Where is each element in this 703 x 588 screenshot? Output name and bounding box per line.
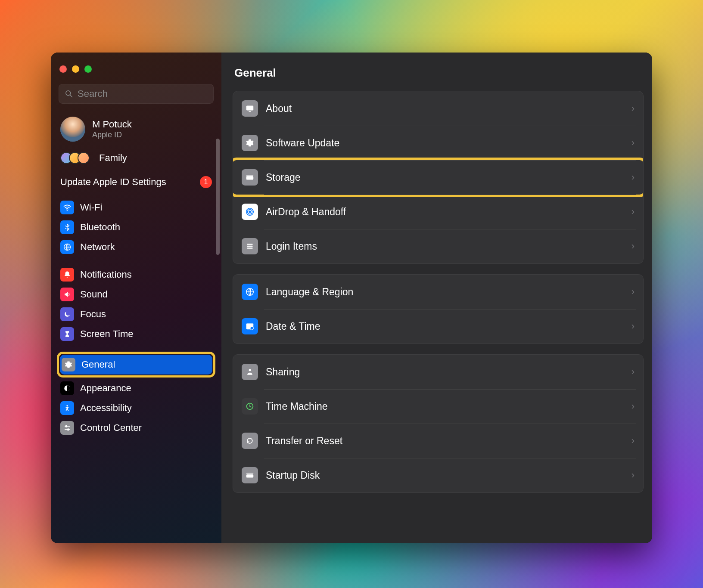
- svg-rect-22: [246, 324, 254, 325]
- reset-icon: [242, 433, 258, 449]
- sidebar-item-sound[interactable]: Sound: [59, 285, 214, 304]
- content-pane: General About › Software Update › Storag…: [221, 53, 652, 543]
- svg-rect-26: [246, 474, 254, 477]
- sidebar-item-update-apple-id[interactable]: Update Apple ID Settings 1: [59, 174, 214, 198]
- sidebar-item-label: Control Center: [80, 422, 142, 433]
- disk-icon: [242, 169, 258, 186]
- calendar-clock-icon: [242, 318, 258, 334]
- chevron-right-icon: ›: [631, 470, 635, 481]
- sidebar-group-network: Wi-Fi Bluetooth Network: [59, 198, 214, 257]
- sidebar-item-network[interactable]: Network: [59, 237, 214, 257]
- row-sharing[interactable]: Sharing ›: [233, 355, 643, 389]
- row-label: Login Items: [266, 241, 624, 252]
- svg-rect-17: [247, 244, 252, 245]
- sidebar-item-accessibility[interactable]: Accessibility: [59, 398, 214, 418]
- chevron-right-icon: ›: [631, 401, 635, 412]
- chevron-right-icon: ›: [631, 241, 635, 252]
- sidebar-item-label: Network: [80, 241, 115, 253]
- sidebar-item-apple-id[interactable]: M Potuck Apple ID: [59, 113, 214, 149]
- sidebar-item-notifications[interactable]: Notifications: [59, 265, 214, 285]
- row-label: About: [266, 103, 624, 115]
- accessibility-icon: [60, 401, 74, 415]
- sidebar-item-label: Bluetooth: [80, 222, 120, 233]
- sidebar-group-system: General Appearance Accessibility Control…: [59, 352, 214, 438]
- settings-panel: About › Software Update › Storage › AirD…: [233, 91, 644, 264]
- row-label: Sharing: [266, 366, 624, 378]
- close-window-button[interactable]: [59, 65, 67, 73]
- sliders-icon: [60, 421, 74, 435]
- chevron-right-icon: ›: [631, 172, 635, 183]
- svg-rect-12: [246, 176, 254, 179]
- row-label: Startup Disk: [266, 470, 624, 481]
- svg-rect-10: [246, 106, 254, 111]
- sidebar-item-family[interactable]: Family: [59, 149, 214, 174]
- svg-point-2: [67, 210, 68, 211]
- row-software-update[interactable]: Software Update ›: [233, 126, 643, 160]
- scrollbar[interactable]: [216, 139, 220, 255]
- svg-rect-18: [247, 246, 252, 247]
- search-field[interactable]: [59, 84, 214, 104]
- sidebar-item-appearance[interactable]: Appearance: [59, 378, 214, 398]
- search-input[interactable]: [78, 88, 208, 99]
- row-label: Date & Time: [266, 321, 624, 332]
- gear-icon: [62, 358, 75, 371]
- row-startup-disk[interactable]: Startup Disk ›: [233, 458, 643, 492]
- chevron-right-icon: ›: [631, 103, 635, 114]
- fullscreen-window-button[interactable]: [84, 65, 92, 73]
- sidebar-item-wifi[interactable]: Wi-Fi: [59, 198, 214, 217]
- wifi-icon: [60, 201, 74, 214]
- sidebar-item-label: Accessibility: [80, 402, 132, 414]
- row-storage[interactable]: Storage ›: [233, 160, 643, 195]
- row-login-items[interactable]: Login Items ›: [233, 229, 643, 263]
- settings-panel: Language & Region › Date & Time ›: [233, 274, 644, 344]
- svg-line-1: [70, 95, 72, 97]
- svg-rect-27: [246, 473, 254, 475]
- sidebar-item-label: Wi-Fi: [80, 202, 102, 213]
- account-name: M Potuck: [92, 119, 132, 130]
- row-language-region[interactable]: Language & Region ›: [233, 275, 643, 309]
- gear-update-icon: [242, 135, 258, 151]
- sidebar-item-label: Sound: [80, 289, 108, 300]
- family-label: Family: [99, 152, 127, 164]
- window-controls: [59, 63, 214, 84]
- list-icon: [242, 238, 258, 254]
- time-machine-icon: [242, 398, 258, 415]
- bluetooth-icon: [60, 220, 74, 234]
- sidebar-group-personal: Notifications Sound Focus Screen Time: [59, 265, 214, 344]
- startup-disk-icon: [242, 467, 258, 483]
- sidebar-item-focus[interactable]: Focus: [59, 304, 214, 324]
- svg-point-8: [65, 425, 67, 427]
- row-time-machine[interactable]: Time Machine ›: [233, 389, 643, 424]
- chevron-right-icon: ›: [631, 366, 635, 378]
- chevron-right-icon: ›: [631, 321, 635, 332]
- sidebar-item-label: Appearance: [80, 383, 131, 394]
- globe-icon: [60, 240, 74, 254]
- bell-icon: [60, 268, 74, 282]
- svg-point-9: [67, 429, 69, 430]
- sharing-icon: [242, 364, 258, 380]
- row-transfer-reset[interactable]: Transfer or Reset ›: [233, 424, 643, 458]
- chevron-right-icon: ›: [631, 137, 635, 149]
- svg-rect-19: [247, 248, 252, 249]
- sidebar-item-label: Notifications: [80, 269, 132, 280]
- row-airdrop-handoff[interactable]: AirDrop & Handoff ›: [233, 195, 643, 229]
- page-title: General: [234, 66, 644, 80]
- row-date-time[interactable]: Date & Time ›: [233, 309, 643, 344]
- sidebar-item-label: Screen Time: [80, 328, 134, 340]
- sidebar-item-control-center[interactable]: Control Center: [59, 418, 214, 438]
- svg-point-5: [66, 405, 68, 406]
- row-label: Storage: [266, 172, 624, 183]
- notification-badge: 1: [200, 176, 212, 188]
- globe-icon: [242, 284, 258, 300]
- sidebar-item-bluetooth[interactable]: Bluetooth: [59, 217, 214, 237]
- sidebar-item-screen-time[interactable]: Screen Time: [59, 324, 214, 344]
- svg-point-23: [250, 327, 253, 330]
- row-about[interactable]: About ›: [233, 91, 643, 126]
- row-label: Transfer or Reset: [266, 435, 624, 447]
- minimize-window-button[interactable]: [72, 65, 79, 73]
- moon-icon: [60, 307, 74, 321]
- chevron-right-icon: ›: [631, 206, 635, 217]
- monitor-icon: [242, 100, 258, 117]
- sidebar-item-general[interactable]: General: [60, 355, 212, 374]
- hourglass-icon: [60, 327, 74, 341]
